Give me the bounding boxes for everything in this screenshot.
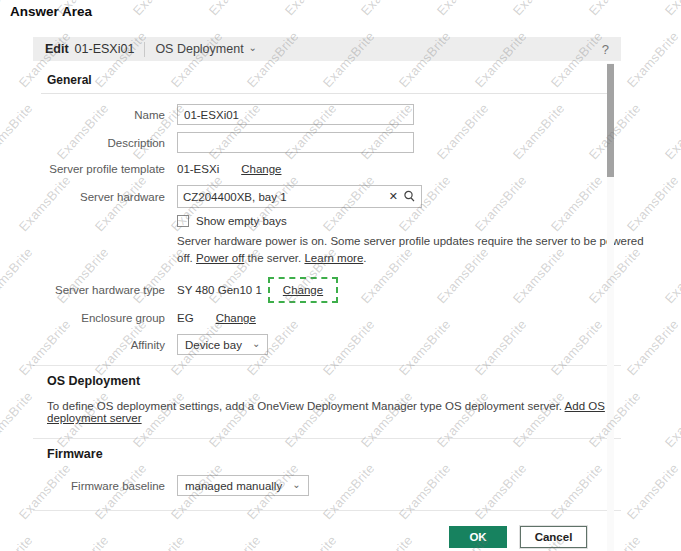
os-deployment-heading: OS Deployment [47,374,607,388]
os-deployment-description: To define OS deployment settings, add a … [47,400,562,412]
answer-selection-box: Change [268,277,338,303]
server-hardware-type-label: Server hardware type [47,284,165,296]
name-input[interactable] [177,104,414,125]
section-divider [33,365,621,366]
watermark-text: ExamsBrite [624,461,681,523]
dialog-footer: OK Cancel [47,519,607,548]
watermark-text: ExamsBrite [0,245,36,307]
watermark-text: ExamsBrite [0,101,36,163]
watermark-text: ExamsBrite [624,317,681,379]
firmware-baseline-label: Firmware baseline [47,480,165,492]
header-divider [144,42,145,57]
watermark-text: ExamsBrite [662,101,681,163]
power-note: Server hardware power is on. Some server… [177,233,657,267]
show-empty-bays-label: Show empty bays [196,215,287,227]
firmware-baseline-dropdown[interactable]: managed manually ⌄ [177,475,309,496]
dialog-body: General Name Description Server profile … [33,61,621,548]
firmware-heading: Firmware [47,447,607,461]
chevron-down-icon: ⌄ [292,480,300,490]
dialog-header: Edit 01-ESXi01 OS Deployment ⌄ ? [33,37,621,61]
watermark-text: ExamsBrite [662,0,681,18]
search-icon[interactable] [403,190,416,203]
watermark-text: ExamsBrite [662,533,681,551]
affinity-value: Device bay [185,339,242,351]
page-title: Answer Area [10,4,92,19]
cancel-button[interactable]: Cancel [520,526,587,548]
affinity-label: Affinity [47,339,165,351]
section-divider [33,438,621,439]
firmware-baseline-value: managed manually [185,480,282,492]
server-hardware-type-change-link[interactable]: Change [283,284,323,296]
ok-button[interactable]: OK [449,526,507,548]
server-hardware-value: CZ204400XB, bay 1 [183,191,389,203]
template-change-link[interactable]: Change [241,163,281,175]
section-selector-label: OS Deployment [155,42,243,56]
scrollbar[interactable] [607,63,614,551]
watermark-text: ExamsBrite [434,0,492,18]
profile-name: 01-ESXi01 [75,42,135,56]
name-row: Name [47,104,607,125]
learn-more-link[interactable]: Learn more [304,252,363,264]
watermark-text: ExamsBrite [662,389,681,451]
description-input[interactable] [177,132,414,153]
watermark-text: ExamsBrite [130,0,188,18]
chevron-down-icon: ⌄ [252,339,260,349]
enclosure-group-value: EG [177,312,194,324]
description-row: Description [47,132,607,153]
watermark-text: ExamsBrite [662,245,681,307]
clear-icon[interactable]: ✕ [389,190,398,203]
description-label: Description [47,137,165,149]
dialog-action-label: Edit [45,42,69,56]
affinity-row: Affinity Device bay ⌄ [47,334,607,355]
general-section-heading: General [47,73,607,87]
server-hardware-row: Server hardware CZ204400XB, bay 1 ✕ [47,185,607,208]
watermark-text: ExamsBrite [0,533,36,551]
watermark-text: ExamsBrite [586,0,644,18]
enclosure-group-row: Enclosure group EG Change [47,312,607,324]
section-selector-dropdown[interactable]: OS Deployment ⌄ [155,42,257,56]
power-note-period: . [363,252,366,264]
watermark-text: ExamsBrite [282,0,340,18]
watermark-text: ExamsBrite [206,0,264,18]
enclosure-group-label: Enclosure group [47,312,165,324]
watermark-text: ExamsBrite [510,0,568,18]
watermark-text: ExamsBrite [0,389,36,451]
affinity-dropdown[interactable]: Device bay ⌄ [177,334,268,355]
template-row: Server profile template 01-ESXi Change [47,163,607,175]
template-value: 01-ESXi [177,163,219,175]
server-hardware-label: Server hardware [47,191,165,203]
server-hardware-input[interactable]: CZ204400XB, bay 1 ✕ [177,185,422,208]
server-hardware-type-row: Server hardware type SY 480 Gen10 1 Chan… [47,277,607,303]
os-deployment-text: To define OS deployment settings, add a … [47,400,607,424]
watermark-text: ExamsBrite [358,0,416,18]
power-off-link[interactable]: Power off [196,252,244,264]
server-hardware-type-value: SY 480 Gen10 1 [177,284,262,296]
watermark-text: ExamsBrite [624,173,681,235]
show-empty-bays-row: Show empty bays [177,215,607,227]
footer-divider [33,510,621,511]
enclosure-group-change-link[interactable]: Change [216,312,256,324]
power-note-text-2: the server. [248,252,302,264]
template-label: Server profile template [47,163,165,175]
general-divider [41,93,613,94]
chevron-down-icon: ⌄ [249,43,257,53]
edit-profile-dialog: Edit 01-ESXi01 OS Deployment ⌄ ? General… [33,37,621,548]
scrollbar-thumb[interactable] [607,64,614,177]
firmware-baseline-row: Firmware baseline managed manually ⌄ [47,475,607,496]
watermark-text: ExamsBrite [624,29,681,91]
show-empty-bays-checkbox[interactable] [177,215,189,227]
name-label: Name [47,109,165,121]
help-icon[interactable]: ? [602,42,609,57]
